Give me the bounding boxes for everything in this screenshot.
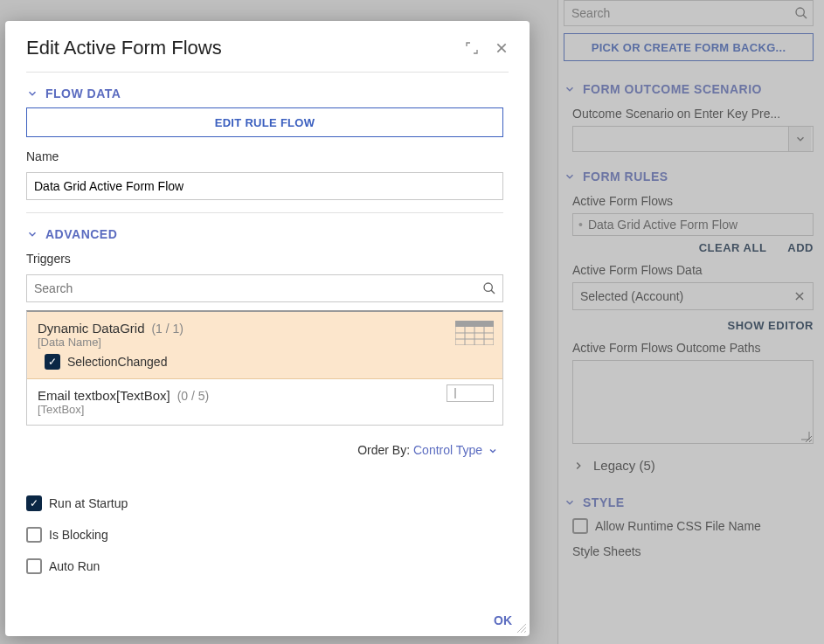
section-header-rules[interactable]: FORM RULES: [564, 166, 814, 187]
modal-scroll[interactable]: FLOW DATA EDIT RULE FLOW Name ADVANCED T…: [26, 72, 509, 636]
modal-section-title: ADVANCED: [45, 227, 117, 241]
is-blocking-checkbox[interactable]: [26, 527, 42, 543]
trigger-item-datagrid[interactable]: Dynamic DataGrid (1 / 1) [Data Name] Sel…: [27, 312, 502, 379]
svg-line-19: [524, 631, 526, 633]
modal-header: Edit Active Form Flows: [5, 21, 530, 72]
auto-run-checkbox[interactable]: [26, 558, 42, 574]
svg-line-7: [491, 290, 495, 294]
grid-icon: [455, 321, 494, 345]
active-flows-list[interactable]: •Data Grid Active Form Flow: [572, 213, 814, 236]
triggers-label: Triggers: [26, 252, 503, 266]
allow-runtime-row: Allow Runtime CSS File Name: [572, 516, 814, 536]
section-body-style: Allow Runtime CSS File Name Style Sheets: [564, 513, 814, 567]
textbox-icon: [447, 384, 494, 402]
is-blocking-label: Is Blocking: [49, 528, 108, 542]
flows-data-value: Selected (Account): [580, 289, 683, 303]
expand-icon[interactable]: [465, 41, 479, 55]
trigger-sub: [TextBox]: [38, 403, 492, 416]
add-link[interactable]: ADD: [787, 241, 814, 254]
chevron-down-icon: [564, 83, 576, 95]
clear-all-link[interactable]: CLEAR ALL: [699, 241, 767, 254]
panel-search-wrap: [564, 0, 814, 26]
modal-checkboxes: Run at Startup Is Blocking Auto Run: [26, 474, 503, 576]
panel-search-input[interactable]: [564, 0, 814, 26]
modal-section-header-advanced[interactable]: ADVANCED: [26, 213, 503, 248]
chevron-down-icon: [564, 170, 576, 183]
trigger-event-label: SelectionChanged: [67, 355, 167, 369]
active-flows-actions: CLEAR ALL ADD: [572, 241, 814, 254]
style-sheets-label: Style Sheets: [572, 544, 814, 558]
outcome-paths-label: Active Form Flows Outcome Paths: [572, 341, 814, 355]
name-input[interactable]: [26, 172, 503, 200]
auto-run-label: Auto Run: [49, 559, 100, 573]
section-body-outcome: Outcome Scenario on Enter Key Pre...: [564, 100, 814, 161]
modal-title: Edit Active Form Flows: [26, 37, 222, 59]
ok-button[interactable]: OK: [494, 613, 512, 627]
trigger-event-row: SelectionChanged: [45, 354, 492, 370]
trigger-sub: [Data Name]: [38, 336, 492, 349]
trigger-item-textbox[interactable]: Email textbox[TextBox] (0 / 5) [TextBox]: [27, 379, 502, 425]
svg-point-6: [484, 283, 492, 291]
show-editor-link[interactable]: SHOW EDITOR: [572, 319, 814, 332]
allow-runtime-label: Allow Runtime CSS File Name: [595, 519, 761, 533]
clear-icon[interactable]: [793, 290, 806, 302]
section-body-rules: Active Form Flows •Data Grid Active Form…: [564, 187, 814, 487]
outcome-paths-textarea[interactable]: [572, 360, 814, 444]
legacy-row[interactable]: Legacy (5): [572, 453, 814, 478]
svg-rect-15: [447, 385, 494, 402]
trigger-count: (0 / 5): [177, 389, 210, 403]
enter-key-select[interactable]: [572, 126, 814, 152]
section-title: FORM OUTCOME SCENARIO: [583, 82, 762, 96]
bullet-icon: •: [578, 218, 583, 232]
section-title: FORM RULES: [583, 170, 668, 184]
order-by-row: Order By: Control Type: [26, 434, 503, 466]
chevron-right-icon: [572, 460, 585, 472]
chevron-down-icon: [26, 228, 38, 240]
enter-key-label: Outcome Scenario on Enter Key Pre...: [572, 107, 814, 121]
chevron-down-icon: [26, 87, 38, 100]
edit-rule-flow-button[interactable]: EDIT RULE FLOW: [26, 107, 503, 137]
active-flows-label: Active Form Flows: [572, 194, 814, 208]
name-label: Name: [26, 149, 503, 163]
section-title: STYLE: [583, 495, 625, 509]
section-header-outcome[interactable]: FORM OUTCOME SCENARIO: [564, 79, 814, 100]
pick-create-form-bg-button[interactable]: PICK OR CREATE FORM BACKG...: [564, 33, 814, 61]
dropdown-icon: [788, 127, 811, 151]
auto-run-row: Auto Run: [26, 557, 503, 576]
run-at-startup-checkbox[interactable]: [26, 495, 42, 511]
trigger-search-input[interactable]: [26, 274, 503, 302]
trigger-search-wrap: [26, 274, 503, 302]
modal-section-body-flowdata: EDIT RULE FLOW Name: [26, 107, 503, 213]
search-icon: [482, 281, 496, 295]
order-by-select[interactable]: Control Type: [413, 443, 498, 457]
chevron-down-icon: [564, 496, 576, 509]
resize-handle-icon[interactable]: [516, 622, 526, 633]
run-at-startup-label: Run at Startup: [49, 496, 128, 510]
trigger-title: Email textbox[TextBox]: [38, 388, 170, 403]
modal-body: FLOW DATA EDIT RULE FLOW Name ADVANCED T…: [5, 72, 530, 636]
is-blocking-row: Is Blocking: [26, 525, 503, 544]
trigger-event-checkbox[interactable]: [45, 354, 60, 370]
modal-section-header-flowdata[interactable]: FLOW DATA: [26, 73, 503, 107]
edit-active-form-flows-modal: Edit Active Form Flows FLOW DATA EDIT RU…: [5, 21, 530, 636]
active-flows-value: Data Grid Active Form Flow: [588, 218, 737, 232]
flows-data-label: Active Form Flows Data: [572, 263, 814, 277]
trigger-count: (1 / 1): [151, 322, 183, 336]
flows-data-input[interactable]: Selected (Account): [572, 282, 814, 310]
modal-header-actions: [465, 41, 509, 55]
run-at-startup-row: Run at Startup: [26, 494, 503, 513]
trigger-title: Dynamic DataGrid: [38, 321, 145, 336]
legacy-label: Legacy (5): [593, 458, 655, 473]
section-header-style[interactable]: STYLE: [564, 492, 814, 513]
modal-section-body-advanced: Triggers Dynamic DataGrid (1 / 1) [Dat: [26, 248, 503, 588]
properties-panel: PICK OR CREATE FORM BACKG... FORM OUTCOM…: [557, 0, 824, 644]
allow-runtime-checkbox[interactable]: [572, 518, 588, 534]
trigger-list: Dynamic DataGrid (1 / 1) [Data Name] Sel…: [26, 310, 503, 426]
modal-section-title: FLOW DATA: [45, 87, 121, 100]
order-by-label: Order By:: [357, 443, 410, 457]
close-icon[interactable]: [495, 41, 509, 55]
